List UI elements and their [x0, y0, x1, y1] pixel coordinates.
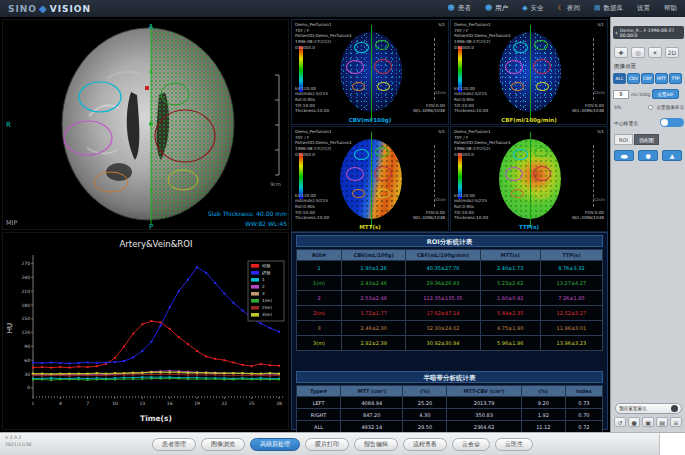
brightness-icon[interactable]: ☀ [648, 47, 662, 58]
global-aif-button[interactable]: 全景AIF [652, 89, 678, 99]
roi-2m-outline[interactable] [374, 59, 392, 74]
svg-text:1: 1 [32, 401, 35, 406]
nav-button-高级后处理[interactable]: 高级后处理 [250, 438, 300, 451]
nav-button-流程查看[interactable]: 流程查看 [403, 438, 447, 451]
polygon-roi-button[interactable]: ▲ [662, 150, 682, 161]
table-row: 2(m)1.72±1.7717.62±47.145.44±2.3512.52±3… [297, 306, 603, 321]
mirror-display-radio[interactable] [648, 105, 653, 110]
menu-icon[interactable]: ≡ [670, 417, 682, 427]
roi-2-outline[interactable] [346, 60, 364, 74]
perfusion-panel-mtt[interactable]: Demo_Perfusion1 70Y / F PatientID:Demo_P… [291, 126, 449, 232]
main-image-viewport[interactable]: A P R MIP 9cm Slab Thickness: 40.00 mm W… [2, 19, 289, 230]
ellipse-roi-button[interactable]: ● [614, 150, 634, 161]
roi-3-outline[interactable] [511, 82, 524, 91]
roi-1m-outline[interactable] [375, 40, 389, 50]
menu-item-夜间[interactable]: ☾夜间 [558, 4, 580, 13]
roi-2m-outline[interactable] [374, 166, 392, 181]
tdc-chart: Artery&Vein&ROI0306090120150180210240270… [3, 233, 288, 429]
logo-text-sino: SINO [8, 4, 37, 14]
scale-ruler [275, 75, 279, 175]
save-icon[interactable]: ▤ [656, 417, 668, 427]
map-button-CBV[interactable]: CBV [627, 73, 640, 84]
table-cell: 2.53±2.46 [342, 291, 406, 306]
midline-handle[interactable] [149, 122, 153, 126]
nav-button-云会诊[interactable]: 云会诊 [452, 438, 490, 451]
roi-1m-outline[interactable] [534, 40, 548, 50]
roi-1-outline[interactable] [513, 149, 528, 160]
midline [371, 132, 372, 228]
perfusion-panel-cbv[interactable]: Demo_Perfusion1 70Y / F PatientID:Demo_P… [291, 19, 449, 125]
column-header: MTT (cm³) [341, 386, 403, 397]
table-row: 32.46±2.3032.30±24.024.75±1.9011.96±3.01 [297, 321, 603, 336]
magnifier-icon[interactable]: ◎ [631, 47, 645, 58]
perfusion-panel-cbf[interactable]: Demo_Perfusion1 70Y / F PatientID:Demo_P… [450, 19, 608, 125]
roi-2-outline[interactable] [346, 167, 364, 181]
roi-3m-outline[interactable] [536, 189, 549, 198]
midline-handle[interactable] [150, 71, 153, 74]
menu-item-用户[interactable]: ☻用户 [485, 4, 508, 13]
orientation-label-p: P [149, 223, 153, 231]
tab-ROI[interactable]: ROI [614, 134, 633, 145]
nav-button-患者管理[interactable]: 患者管理 [152, 438, 196, 451]
collapse-sidebar-button[interactable]: ‹ [615, 29, 618, 37]
roi-2m-outline[interactable] [533, 166, 551, 181]
map-button-MTT[interactable]: MTT [655, 73, 668, 84]
menu-item-设置[interactable]: 设置 [637, 4, 650, 13]
nav-button-胶片打印[interactable]: 胶片打印 [305, 438, 349, 451]
map-button-TTP[interactable]: TTP [669, 73, 682, 84]
nav-button-报告编辑[interactable]: 报告编辑 [354, 438, 398, 451]
roi-1-outline[interactable] [354, 149, 369, 160]
table-cell: 30.92±30.94 [406, 336, 480, 351]
menu-item-数据库[interactable]: ▤数据库 [594, 4, 623, 13]
perfusion-panel-ttp[interactable]: Demo_Perfusion1 70Y / F PatientID:Demo_P… [450, 126, 608, 232]
roi-3-outline[interactable] [352, 82, 365, 91]
preset-window-button[interactable]: 预设窗宽窗位 [615, 403, 682, 414]
fullscreen-icon[interactable]: ▣ [642, 417, 654, 427]
centerline-toggle[interactable] [660, 118, 684, 127]
centerline-row: 中心线显示 [614, 118, 684, 127]
column-header: (%) [521, 386, 565, 397]
dicom-overlay-bottomleft: kV:120.00 mA(mAs):S/215 Rot:0.90s Tilt:1… [295, 86, 329, 114]
circle-roi-button[interactable]: ● [638, 150, 658, 161]
threshold-input[interactable] [613, 90, 629, 99]
roi-3m-outline[interactable] [536, 82, 549, 91]
column-header: MTT(s) [480, 250, 540, 261]
midline-handle[interactable] [150, 189, 153, 192]
undo-icon[interactable]: ↺ [614, 417, 626, 427]
roi-3-outline[interactable] [352, 189, 365, 198]
roi-1-outline[interactable] [513, 42, 528, 53]
roi-1m-outline[interactable] [375, 147, 389, 157]
nav-button-云医生[interactable]: 云医生 [495, 438, 533, 451]
table-row: 22.53±2.46112.35±135.351.60±0.927.26±1.8… [297, 291, 603, 306]
table-row: ALL4932.1429.502364.6211.120.72 [297, 421, 603, 433]
roi-1m-outline[interactable] [534, 147, 548, 157]
table-cell: 2.92±2.39 [342, 336, 406, 351]
roi-3m-outline[interactable] [377, 82, 390, 91]
record-icon[interactable]: ● [628, 417, 640, 427]
svg-text:0: 0 [27, 385, 30, 390]
roi-2m-outline[interactable] [533, 59, 551, 74]
menu-item-帮助[interactable]: 帮助 [664, 4, 677, 13]
nav-button-图像浏览[interactable]: 图像浏览 [201, 438, 245, 451]
menu-item-安全[interactable]: ◆安全 [522, 4, 543, 13]
roi-3m-outline[interactable] [377, 189, 390, 198]
roi-table: ROI#CBV(mL/100g)CBF(mL/100g/min)MTT(s)TT… [292, 249, 607, 351]
map-button-CBF[interactable]: CBF [641, 73, 654, 84]
slice-index-label: S/1 [438, 129, 445, 135]
2d-mode-button[interactable]: 2D [665, 47, 679, 58]
roi-1-outline[interactable] [354, 42, 369, 53]
table-cell: 8.76±3.32 [540, 261, 602, 276]
roi-2-outline[interactable] [505, 60, 523, 74]
table-row: 1(m)2.43±2.4629.36±26.835.23±2.6213.27±4… [297, 276, 603, 291]
table-cell: 12.52±3.27 [540, 306, 602, 321]
map-button-ALL[interactable]: ALL [613, 73, 626, 84]
sidebar-bottom-icons: ↺●▣▤≡ [614, 417, 682, 427]
menu-item-患者[interactable]: ☻患者 [448, 4, 471, 13]
probe-icon[interactable]: ✚ [614, 47, 628, 58]
roi-3-outline[interactable] [511, 189, 524, 198]
toggle-knob [661, 119, 668, 126]
roi-2-outline[interactable] [505, 167, 523, 181]
table-cell: 11.96±3.01 [540, 321, 602, 336]
table-cell: 2013.79 [447, 397, 521, 409]
tab-伪彩图[interactable]: 伪彩图 [634, 134, 659, 145]
